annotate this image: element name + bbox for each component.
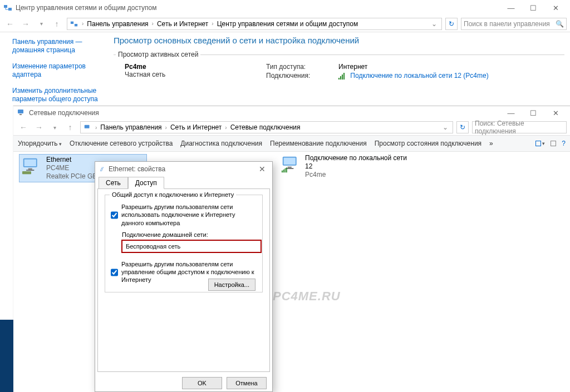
active-networks-label: Просмотр активных сетей: [116, 51, 200, 58]
chevron-right-icon: ›: [80, 21, 86, 27]
preview-pane-button[interactable]: [551, 141, 556, 146]
home-network-value: Беспроводная сеть: [126, 243, 180, 250]
toolbar-status[interactable]: Просмотр состояния подключения: [375, 140, 481, 147]
sidebar-item-adapter-settings[interactable]: Изменение параметров адаптера: [12, 62, 106, 79]
signal-icon: [338, 73, 346, 80]
close-button[interactable]: ✕: [544, 1, 567, 14]
allow-sharing-input[interactable]: [111, 204, 118, 227]
close-button[interactable]: ✕: [544, 106, 567, 120]
svg-rect-4: [18, 110, 23, 113]
connection-name: Подключение по локальной сети 12: [305, 154, 409, 171]
breadcrumb-root-icon: [70, 19, 78, 28]
svg-rect-0: [4, 5, 7, 8]
breadcrumb-dropdown-icon[interactable]: ⌄: [429, 20, 439, 28]
breadcrumb[interactable]: › Панель управления › Сеть и Интернет › …: [67, 18, 442, 30]
breadcrumb-item[interactable]: Панель управления: [100, 123, 161, 131]
breadcrumb[interactable]: › Панель управления › Сеть и Интернет › …: [80, 121, 453, 133]
adapter-icon: ⫽: [99, 165, 106, 173]
titlebar: Центр управления сетями и общим доступом…: [0, 0, 570, 16]
taskbar-sliver: [0, 320, 13, 392]
dialog-title: Ethernet: свойства: [109, 165, 165, 173]
toolbar-diagnose[interactable]: Диагностика подключения: [180, 140, 262, 147]
toolbar: Упорядочить Отключение сетевого устройст…: [13, 135, 570, 152]
page-heading: Просмотр основных сведений о сети и наст…: [114, 36, 564, 45]
network-connections-icon: [17, 108, 26, 118]
allow-control-input[interactable]: [111, 261, 118, 284]
connection-link[interactable]: Подключение по локальной сети 12 (Pc4me): [350, 72, 488, 80]
svg-rect-8: [24, 160, 36, 166]
home-network-combo[interactable]: Беспроводная сеть: [122, 240, 261, 252]
access-value: Интернет: [338, 63, 489, 71]
chevron-right-icon: ›: [93, 125, 99, 131]
minimize-button[interactable]: —: [500, 1, 522, 14]
group-title: Общий доступ к подключению к Интернету: [110, 191, 236, 198]
breadcrumb-root-icon: [83, 123, 92, 132]
ethernet-adapter-icon: [21, 156, 42, 177]
svg-rect-17: [283, 170, 284, 172]
dialog-titlebar: ⫽ Ethernet: свойства ✕: [95, 162, 272, 176]
svg-rect-13: [284, 158, 296, 165]
toolbar-disable[interactable]: Отключение сетевого устройства: [70, 140, 173, 147]
main-panel: Просмотр основных сведений о сети и наст…: [110, 32, 570, 105]
breadcrumb-item[interactable]: Панель управления: [87, 20, 148, 28]
network-type: Частная сеть: [125, 71, 266, 78]
refresh-button[interactable]: ↻: [456, 121, 469, 133]
history-dropdown[interactable]: ▾: [35, 17, 48, 31]
view-mode-button[interactable]: ▾: [535, 141, 545, 146]
settings-button[interactable]: Настройка...: [208, 279, 255, 291]
connection-device: Pc4me: [305, 171, 409, 179]
toolbar-more[interactable]: »: [489, 140, 493, 147]
back-button[interactable]: ←: [3, 17, 17, 31]
maximize-button[interactable]: ☐: [522, 106, 544, 120]
svg-rect-11: [22, 171, 31, 174]
search-input[interactable]: Поиск: Сетевые подключения: [472, 121, 567, 133]
network-sharing-center-window: Центр управления сетями и общим доступом…: [0, 0, 570, 106]
toolbar-organize[interactable]: Упорядочить: [18, 140, 62, 147]
tab-access[interactable]: Доступ: [128, 177, 164, 189]
sidebar-item-advanced-sharing[interactable]: Изменить дополнительные параметры общего…: [12, 87, 106, 103]
breadcrumb-item[interactable]: Сетевые подключения: [230, 123, 301, 131]
connections-label: Подключения:: [266, 72, 333, 80]
tab-panel-access: Общий доступ к подключению к Интернету Р…: [97, 188, 270, 372]
connection-item-lan12[interactable]: Подключение по локальной сети 12 Pc4me: [281, 154, 409, 179]
allow-sharing-checkbox[interactable]: Разрешить другим пользователям сети испо…: [111, 203, 257, 227]
up-button[interactable]: ↑: [50, 17, 63, 31]
up-button[interactable]: ↑: [63, 121, 77, 134]
titlebar: Сетевые подключения — ☐ ✕: [13, 106, 570, 120]
refresh-button[interactable]: ↻: [445, 18, 458, 30]
tab-strip: Сеть Доступ: [95, 176, 272, 188]
navbar: ← → ▾ ↑ › Панель управления › Сеть и Инт…: [0, 16, 570, 32]
sidebar: Панель управления — домашняя страница Из…: [0, 32, 110, 105]
cancel-button[interactable]: Отмена: [227, 377, 267, 389]
breadcrumb-item[interactable]: Центр управления сетями и общим доступом: [217, 20, 358, 28]
toolbar-rename[interactable]: Переименование подключения: [270, 140, 367, 147]
minimize-button[interactable]: —: [500, 106, 522, 120]
tab-network[interactable]: Сеть: [99, 177, 128, 189]
window-buttons: — ☐ ✕: [500, 106, 567, 120]
back-button[interactable]: ←: [17, 121, 30, 134]
help-button[interactable]: ?: [562, 140, 566, 147]
chevron-right-icon: ›: [209, 21, 215, 27]
svg-rect-6: [85, 125, 90, 128]
forward-button[interactable]: →: [32, 121, 46, 134]
breadcrumb-item[interactable]: Сеть и Интернет: [157, 20, 208, 28]
chevron-right-icon: ›: [163, 125, 169, 131]
active-networks-group: Просмотр активных сетей Pc4me Частная се…: [114, 51, 564, 80]
breadcrumb-item[interactable]: Сеть и Интернет: [170, 123, 222, 131]
sharing-group: Общий доступ к подключению к Интернету Р…: [105, 195, 263, 292]
home-network-label: Подключение домашней сети:: [122, 231, 257, 238]
navbar: ← → ▾ ↑ › Панель управления › Сеть и Инт…: [13, 120, 570, 135]
chevron-right-icon: ›: [150, 21, 156, 27]
breadcrumb-dropdown-icon[interactable]: ⌄: [440, 123, 450, 131]
history-dropdown[interactable]: ▾: [48, 121, 61, 134]
ok-button[interactable]: OK: [182, 377, 222, 389]
svg-rect-5: [19, 114, 22, 115]
search-input[interactable]: Поиск в панели управления 🔍: [461, 18, 567, 30]
sidebar-item-home[interactable]: Панель управления — домашняя страница: [12, 38, 106, 54]
forward-button[interactable]: →: [19, 17, 32, 31]
svg-rect-1: [8, 8, 12, 11]
ethernet-properties-dialog: ⫽ Ethernet: свойства ✕ Сеть Доступ Общий…: [95, 161, 273, 392]
maximize-button[interactable]: ☐: [522, 1, 544, 14]
network-name: Pc4me: [125, 63, 266, 71]
close-button[interactable]: ✕: [255, 165, 269, 173]
